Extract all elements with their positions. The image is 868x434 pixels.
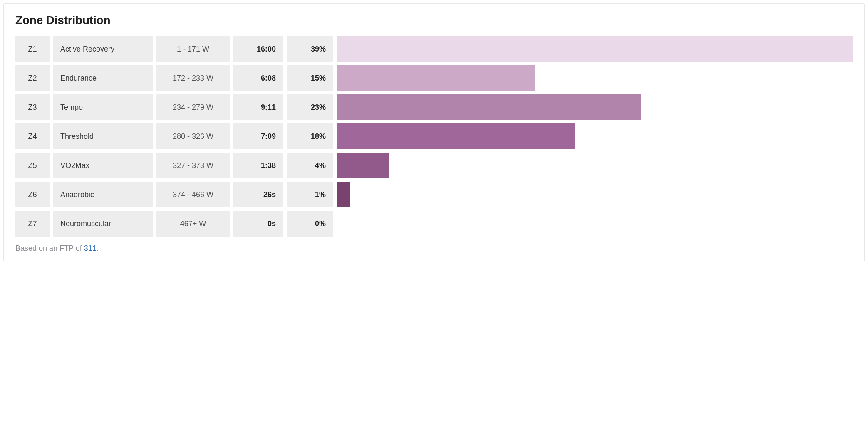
- zone-percent: 1%: [287, 182, 333, 207]
- zone-time: 16:00: [233, 36, 283, 62]
- zone-code: Z7: [15, 211, 50, 237]
- zone-percent: 23%: [287, 94, 333, 120]
- zone-bar: [337, 182, 350, 207]
- ftp-footer-prefix: Based on an FTP of: [15, 244, 84, 252]
- zone-code: Z2: [15, 65, 50, 91]
- zone-bar-track: [337, 182, 853, 207]
- zone-code: Z4: [15, 123, 50, 149]
- ftp-link[interactable]: 311: [84, 244, 97, 252]
- zone-row: Z7Neuromuscular467+ W0s0%: [15, 211, 853, 237]
- zone-name: Endurance: [53, 65, 153, 91]
- ftp-footer: Based on an FTP of 311.: [15, 244, 853, 253]
- zone-time: 0s: [233, 211, 283, 237]
- ftp-footer-suffix: .: [97, 244, 99, 252]
- zone-row: Z1Active Recovery1 - 171 W16:0039%: [15, 36, 853, 62]
- zone-bar: [337, 123, 575, 149]
- zone-time: 1:38: [233, 153, 283, 178]
- zone-time: 9:11: [233, 94, 283, 120]
- zone-name: Neuromuscular: [53, 211, 153, 237]
- zone-code: Z1: [15, 36, 50, 62]
- zone-range: 1 - 171 W: [156, 36, 230, 62]
- card-title: Zone Distribution: [15, 14, 853, 27]
- zone-row: Z6Anaerobic374 - 466 W26s1%: [15, 182, 853, 207]
- zone-time: 7:09: [233, 123, 283, 149]
- zone-range: 467+ W: [156, 211, 230, 237]
- zone-percent: 18%: [287, 123, 333, 149]
- zone-range: 280 - 326 W: [156, 123, 230, 149]
- zone-row: Z5VO2Max327 - 373 W1:384%: [15, 153, 853, 178]
- zone-name: Anaerobic: [53, 182, 153, 207]
- zone-percent: 0%: [287, 211, 333, 237]
- zone-percent: 39%: [287, 36, 333, 62]
- zone-row: Z4Threshold280 - 326 W7:0918%: [15, 123, 853, 149]
- zone-bar-track: [337, 36, 853, 62]
- zone-bar: [337, 36, 853, 62]
- zone-range: 234 - 279 W: [156, 94, 230, 120]
- zone-bar-track: [337, 211, 853, 237]
- zone-time: 26s: [233, 182, 283, 207]
- zone-name: Active Recovery: [53, 36, 153, 62]
- zone-bar-track: [337, 123, 853, 149]
- zone-range: 374 - 466 W: [156, 182, 230, 207]
- zone-code: Z5: [15, 153, 50, 178]
- zone-name: VO2Max: [53, 153, 153, 178]
- zone-bar: [337, 94, 641, 120]
- zone-code: Z6: [15, 182, 50, 207]
- zone-distribution-card: Zone Distribution Z1Active Recovery1 - 1…: [3, 3, 865, 261]
- zone-range: 172 - 233 W: [156, 65, 230, 91]
- zone-code: Z3: [15, 94, 50, 120]
- zone-percent: 15%: [287, 65, 333, 91]
- zone-time: 6:08: [233, 65, 283, 91]
- zone-bar-track: [337, 153, 853, 178]
- zone-range: 327 - 373 W: [156, 153, 230, 178]
- zone-bar: [337, 65, 535, 91]
- zone-bar-track: [337, 65, 853, 91]
- zone-bar-track: [337, 94, 853, 120]
- zone-bar: [337, 153, 389, 178]
- zone-row: Z2Endurance172 - 233 W6:0815%: [15, 65, 853, 91]
- zone-name: Threshold: [53, 123, 153, 149]
- zone-percent: 4%: [287, 153, 333, 178]
- zone-rows: Z1Active Recovery1 - 171 W16:0039%Z2Endu…: [15, 36, 853, 237]
- zone-row: Z3Tempo234 - 279 W9:1123%: [15, 94, 853, 120]
- zone-name: Tempo: [53, 94, 153, 120]
